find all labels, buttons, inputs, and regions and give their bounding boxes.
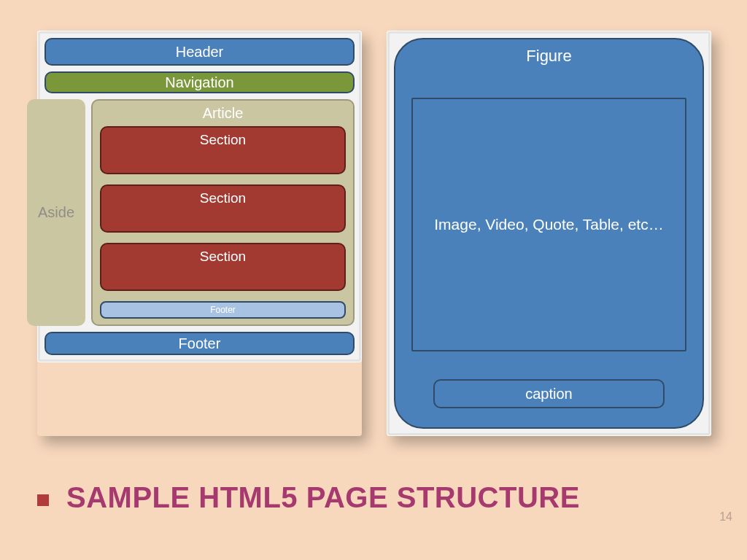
main-row: Aside Article Section Section Section Fo… — [44, 99, 355, 326]
figure-content: Image, Video, Quote, Table, etc… — [411, 98, 686, 351]
navigation-block: Navigation — [44, 71, 355, 93]
figure-label: Figure — [411, 47, 686, 66]
section-block: Section — [100, 184, 346, 233]
diagram-panels: Header Navigation Aside Article Section … — [37, 31, 714, 436]
layout-structure-panel: Header Navigation Aside Article Section … — [37, 31, 362, 436]
slide-title: SAMPLE HTML5 PAGE STRUCTURE — [66, 481, 580, 514]
article-label: Article — [100, 105, 346, 122]
aside-block: Aside — [27, 99, 85, 326]
figure-panel-body: Figure Image, Video, Quote, Table, etc… … — [387, 31, 711, 436]
page-number: 14 — [719, 510, 732, 524]
slide-title-row: SAMPLE HTML5 PAGE STRUCTURE — [37, 481, 580, 514]
article-block: Article Section Section Section Footer — [91, 99, 355, 326]
layout-structure-body: Header Navigation Aside Article Section … — [37, 31, 362, 362]
article-footer-block: Footer — [100, 301, 346, 319]
section-block: Section — [100, 126, 346, 174]
figure-panel: Figure Image, Video, Quote, Table, etc… … — [387, 31, 711, 436]
figure-outer: Figure Image, Video, Quote, Table, etc… … — [394, 38, 704, 429]
section-block: Section — [100, 243, 346, 291]
header-block: Header — [44, 38, 355, 66]
bullet-icon — [37, 494, 49, 506]
caption-block: caption — [433, 379, 665, 408]
footer-block: Footer — [44, 332, 355, 355]
